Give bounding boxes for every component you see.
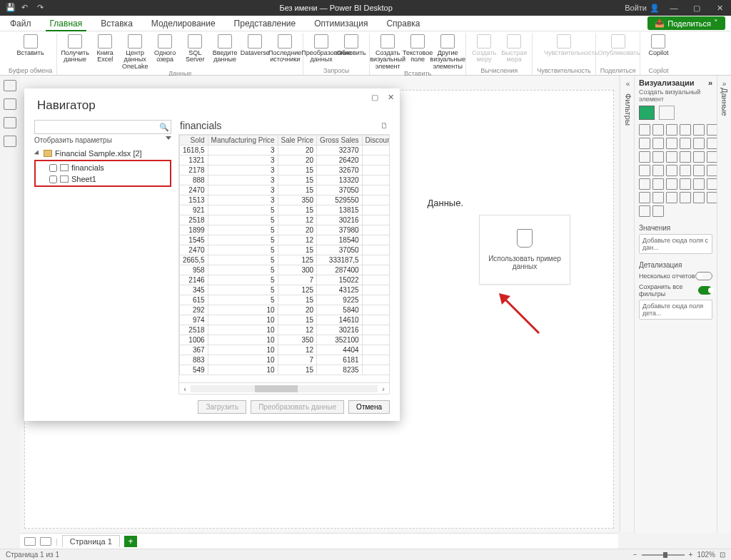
viz-type-icon[interactable] bbox=[652, 138, 664, 149]
viz-type-icon[interactable] bbox=[639, 138, 650, 149]
table-row[interactable]: 247051537050 bbox=[180, 245, 390, 255]
viz-type-icon[interactable] bbox=[652, 178, 664, 190]
table-row[interactable]: 251851230216 bbox=[180, 215, 390, 225]
table-row[interactable]: 8831076181 bbox=[180, 355, 390, 365]
viz-type-icon[interactable] bbox=[639, 192, 650, 203]
table-row[interactable]: 154551218540 bbox=[180, 235, 390, 245]
close-button[interactable]: ✕ bbox=[711, 4, 728, 13]
viz-type-icon[interactable] bbox=[680, 151, 691, 163]
table-row[interactable]: 2518101230216 bbox=[180, 325, 390, 335]
table-row[interactable]: 54910158235 bbox=[180, 365, 390, 375]
preview-table-wrap[interactable]: SoldManufacturing PriceSale PriceGross S… bbox=[178, 134, 390, 383]
login-button[interactable]: Войти 👤 bbox=[625, 4, 660, 13]
menu-optimize[interactable]: Оптимизация bbox=[310, 16, 372, 31]
values-dropzone[interactable]: Добавьте сюда поля с дан... bbox=[639, 234, 712, 254]
menu-help[interactable]: Справка bbox=[382, 16, 424, 31]
viz-type-icon[interactable] bbox=[693, 192, 705, 203]
menu-modeling[interactable]: Моделирование bbox=[147, 16, 220, 31]
ribbon-button[interactable]: Обновить bbox=[338, 33, 365, 63]
menu-insert[interactable]: Вставка bbox=[96, 16, 137, 31]
viz-type-icon[interactable] bbox=[680, 165, 691, 176]
viz-type-icon[interactable] bbox=[652, 151, 664, 163]
build-visual-icon[interactable] bbox=[639, 106, 655, 120]
viz-type-icon[interactable] bbox=[707, 151, 717, 163]
search-input[interactable] bbox=[35, 123, 158, 131]
tree-file-node[interactable]: Financial Sample.xlsx [2] bbox=[34, 148, 171, 159]
format-visual-icon[interactable] bbox=[659, 106, 675, 120]
table-row[interactable]: 345512543125 bbox=[180, 285, 390, 295]
viz-type-icon[interactable] bbox=[652, 192, 664, 203]
viz-type-icon[interactable] bbox=[680, 178, 691, 190]
menu-home[interactable]: Главная bbox=[46, 16, 87, 31]
filters-pane-collapsed[interactable]: « Фильтры bbox=[620, 76, 635, 532]
table-row[interactable]: 92151513815 bbox=[180, 205, 390, 215]
table-header[interactable]: Gross Sales bbox=[317, 136, 362, 146]
scroll-right-icon[interactable]: › bbox=[378, 385, 389, 393]
data-pane-collapsed[interactable]: » Данные bbox=[717, 76, 731, 533]
viz-type-icon[interactable] bbox=[652, 165, 664, 176]
viz-type-icon[interactable] bbox=[666, 192, 677, 203]
viz-type-icon[interactable] bbox=[680, 192, 691, 203]
viz-type-icon[interactable] bbox=[652, 124, 664, 136]
table-row[interactable]: 1618,532032370 bbox=[180, 146, 390, 156]
viz-type-icon[interactable] bbox=[707, 124, 717, 136]
transform-button[interactable]: Преобразовать данные bbox=[251, 400, 344, 414]
menu-view[interactable]: Представление bbox=[230, 16, 301, 31]
ribbon-button[interactable]: Введите данные bbox=[211, 33, 238, 70]
zoom-in-icon[interactable]: + bbox=[689, 551, 693, 559]
table-row[interactable]: 247031537050 bbox=[180, 185, 390, 195]
add-page-button[interactable]: + bbox=[124, 536, 137, 547]
viz-type-icon[interactable] bbox=[666, 138, 677, 149]
table-row[interactable]: 21465715022 bbox=[180, 275, 390, 285]
ribbon-button[interactable]: Другие визуальные элементы bbox=[434, 33, 461, 70]
ribbon-button[interactable]: Текстовое поле bbox=[404, 33, 431, 70]
desktop-layout-icon[interactable] bbox=[24, 537, 36, 546]
menu-file[interactable]: Файл bbox=[6, 16, 36, 31]
viz-type-icon[interactable] bbox=[666, 151, 677, 163]
chevron-right-icon[interactable]: » bbox=[722, 80, 727, 88]
table-row[interactable]: 29210205840 bbox=[180, 305, 390, 315]
cancel-button[interactable]: Отмена bbox=[348, 400, 390, 414]
dax-view-icon[interactable] bbox=[4, 136, 16, 147]
ribbon-button[interactable]: Книга Excel bbox=[91, 33, 119, 70]
table-header[interactable]: Sale Price bbox=[278, 136, 317, 146]
model-view-icon[interactable] bbox=[4, 117, 16, 128]
viz-type-icon[interactable] bbox=[666, 178, 677, 190]
load-button[interactable]: Загрузить bbox=[198, 400, 246, 414]
checkbox[interactable] bbox=[49, 175, 57, 183]
viz-type-icon[interactable] bbox=[707, 138, 717, 149]
ribbon-button[interactable]: Dataverse bbox=[241, 33, 268, 70]
viz-type-icon[interactable] bbox=[707, 192, 717, 203]
ribbon-button[interactable]: Создать визуальный элемент bbox=[374, 33, 401, 70]
tree-sheet-financials[interactable]: financials bbox=[36, 162, 169, 173]
table-row[interactable]: 189952037980 bbox=[180, 225, 390, 235]
viz-type-icon[interactable] bbox=[693, 124, 705, 136]
mobile-layout-icon[interactable] bbox=[40, 537, 51, 546]
table-row[interactable]: 36710124404 bbox=[180, 345, 390, 355]
viz-type-icon[interactable] bbox=[693, 178, 705, 190]
table-header[interactable]: Manufacturing Price bbox=[208, 136, 278, 146]
viz-type-icon[interactable] bbox=[639, 124, 650, 136]
redo-icon[interactable]: ↷ bbox=[37, 3, 47, 13]
report-view-icon[interactable] bbox=[4, 80, 16, 91]
viz-type-icon[interactable] bbox=[652, 205, 664, 217]
ribbon-button[interactable]: Последние источники bbox=[271, 33, 298, 70]
viz-type-icon[interactable] bbox=[693, 138, 705, 149]
save-icon[interactable]: 💾 bbox=[6, 3, 16, 13]
scroll-left-icon[interactable]: ‹ bbox=[179, 385, 191, 393]
ribbon-button[interactable]: Преобразование данных bbox=[308, 33, 335, 63]
ribbon-button[interactable]: Copilot bbox=[645, 33, 672, 56]
ribbon-button[interactable]: Одного озера bbox=[151, 33, 178, 70]
ribbon-button[interactable]: Центр данных OneLake bbox=[121, 33, 148, 70]
table-row[interactable]: 88831513320 bbox=[180, 175, 390, 185]
minimize-button[interactable]: — bbox=[665, 4, 682, 12]
zoom-slider[interactable] bbox=[642, 554, 685, 556]
undo-icon[interactable]: ↶ bbox=[21, 3, 31, 13]
viz-type-icon[interactable] bbox=[666, 124, 677, 136]
fit-page-icon[interactable]: ⊡ bbox=[720, 551, 725, 559]
table-row[interactable]: 2665,55125333187,5 bbox=[180, 255, 390, 265]
checkbox[interactable] bbox=[49, 164, 57, 172]
display-options[interactable]: Отобразить параметры bbox=[34, 134, 171, 146]
preview-options-icon[interactable]: 🗋 bbox=[380, 121, 388, 130]
viz-type-icon[interactable] bbox=[693, 151, 705, 163]
